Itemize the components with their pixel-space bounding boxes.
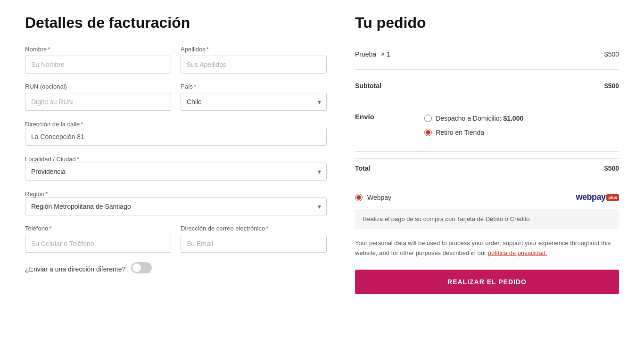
payment-option-webpay: Webpay webpay plus bbox=[355, 188, 619, 207]
nombre-group: Nombre* bbox=[25, 46, 171, 74]
shipping-options-cell: Despacho a Domicilio: $1.000 Retiro en T… bbox=[424, 109, 619, 145]
shipping-options: Despacho a Domicilio: $1.000 Retiro en T… bbox=[424, 113, 619, 141]
shipping-domicilio-label: Despacho a Domicilio: $1.000 bbox=[436, 115, 523, 122]
apellidos-input[interactable] bbox=[181, 56, 327, 74]
product-name-cell: Prueba × 1 bbox=[355, 46, 424, 63]
pais-select-wrapper: Chile bbox=[181, 93, 327, 111]
apellidos-group: Apellidos* bbox=[181, 46, 327, 74]
product-quantity: × 1 bbox=[381, 50, 390, 58]
product-row: Prueba × 1 $500 bbox=[355, 46, 619, 63]
different-shipping-row: ¿Enviar a una dirección diferente? bbox=[25, 262, 327, 276]
run-label: RUN (opcional) bbox=[25, 83, 171, 90]
region-select[interactable]: Región Metropolitana de Santiago bbox=[25, 197, 327, 215]
telefono-label: Teléfono* bbox=[25, 225, 171, 232]
ciudad-select[interactable]: Providencia bbox=[25, 163, 327, 181]
order-table: Prueba × 1 $500 Subtotal $500 Envío bbox=[355, 46, 619, 178]
shipping-label: Envío bbox=[355, 109, 424, 145]
pais-select[interactable]: Chile bbox=[181, 93, 327, 111]
privacy-text-content: Your personal data will be used to proce… bbox=[355, 239, 611, 256]
nombre-input[interactable] bbox=[25, 56, 171, 74]
shipping-domicilio-option[interactable]: Despacho a Domicilio: $1.000 bbox=[424, 115, 619, 122]
different-shipping-toggle[interactable] bbox=[131, 262, 152, 273]
order-section: Tu pedido Prueba × 1 $500 Subtotal $500 … bbox=[355, 14, 619, 294]
subtotal-label: Subtotal bbox=[355, 76, 424, 95]
pais-label: País* bbox=[181, 83, 327, 90]
direccion-input[interactable] bbox=[25, 128, 327, 146]
privacy-link[interactable]: política de privacidad. bbox=[488, 249, 547, 256]
shipping-tienda-option[interactable]: Retiro en Tienda bbox=[424, 129, 619, 136]
ciudad-select-wrapper: Providencia bbox=[25, 163, 327, 181]
ciudad-group: Localidad / Ciudad* Providencia bbox=[25, 155, 327, 181]
billing-title: Detalles de facturación bbox=[25, 14, 327, 32]
region-group: Región* Región Metropolitana de Santiago bbox=[25, 190, 327, 215]
telefono-group: Teléfono* bbox=[25, 225, 171, 253]
place-order-button[interactable]: REALIZAR EL PEDIDO bbox=[355, 270, 619, 294]
webpay-radio[interactable] bbox=[355, 194, 363, 201]
shipping-tienda-label: Retiro en Tienda bbox=[436, 129, 484, 136]
run-group: RUN (opcional) bbox=[25, 83, 171, 111]
webpay-plus-badge: plus bbox=[606, 194, 619, 201]
webpay-logo: webpay plus bbox=[576, 192, 619, 202]
product-name: Prueba bbox=[355, 50, 376, 58]
region-label: Región* bbox=[25, 190, 48, 197]
shipping-row: Envío Despacho a Domicilio: $1.000 Retir… bbox=[355, 109, 619, 145]
email-group: Dirección de correo electrónico* bbox=[181, 225, 327, 253]
pais-group: País* Chile bbox=[181, 83, 327, 111]
webpay-logo-text: webpay bbox=[576, 192, 605, 202]
subtotal-value: $500 bbox=[424, 76, 619, 95]
total-value: $500 bbox=[424, 159, 619, 178]
shipping-domicilio-radio[interactable] bbox=[424, 115, 432, 122]
email-input[interactable] bbox=[181, 235, 327, 253]
run-input[interactable] bbox=[25, 93, 171, 111]
total-row: Total $500 bbox=[355, 159, 619, 178]
product-price-cell: $500 bbox=[424, 46, 619, 63]
privacy-text: Your personal data will be used to proce… bbox=[355, 239, 619, 258]
telefono-input[interactable] bbox=[25, 235, 171, 253]
email-label: Dirección de correo electrónico* bbox=[181, 225, 327, 232]
direccion-label: Dirección de la calle* bbox=[25, 121, 83, 128]
direccion-group: Dirección de la calle* bbox=[25, 120, 327, 146]
nombre-label: Nombre* bbox=[25, 46, 171, 53]
different-shipping-label: ¿Enviar a una dirección diferente? bbox=[25, 265, 125, 273]
ciudad-label: Localidad / Ciudad* bbox=[25, 156, 79, 163]
payment-section: Webpay webpay plus Realiza el pago de su… bbox=[355, 188, 619, 229]
total-label: Total bbox=[355, 159, 424, 178]
toggle-slider bbox=[131, 262, 152, 273]
subtotal-row: Subtotal $500 bbox=[355, 76, 619, 95]
webpay-label: Webpay bbox=[367, 194, 391, 201]
apellidos-label: Apellidos* bbox=[181, 46, 327, 53]
billing-section: Detalles de facturación Nombre* Apellido… bbox=[25, 14, 327, 294]
payment-description: Realiza el pago de su compra con Tarjeta… bbox=[355, 209, 619, 229]
region-select-wrapper: Región Metropolitana de Santiago bbox=[25, 197, 327, 215]
shipping-tienda-radio[interactable] bbox=[424, 129, 432, 136]
order-title: Tu pedido bbox=[355, 14, 619, 32]
